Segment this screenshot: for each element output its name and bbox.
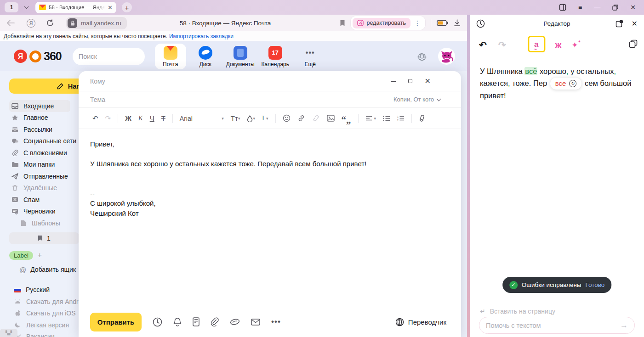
sidebar-item-social[interactable]: Социальные сети	[9, 135, 79, 147]
eraser-icon[interactable]	[419, 115, 425, 122]
editor-redo-icon[interactable]: ↷	[498, 39, 506, 51]
schedule-send-icon[interactable]	[153, 317, 162, 327]
yandex360-logo[interactable]: Я 360	[14, 50, 62, 63]
import-bookmarks-link[interactable]: Импортировать закладки	[169, 33, 234, 39]
service-calendar[interactable]: 17 Календарь	[260, 44, 291, 69]
sidebar-item-drafts[interactable]: Черновики	[9, 206, 79, 218]
bullet-list-icon[interactable]	[383, 116, 390, 121]
tab-counter-button[interactable]: 1	[5, 2, 18, 12]
sidebar-item-sent[interactable]: Отправленные	[9, 170, 79, 182]
more-actions-icon[interactable]: •••	[271, 317, 281, 326]
insert-image-icon[interactable]	[327, 115, 335, 122]
light-version-link[interactable]: Лёгкая версия	[9, 319, 79, 331]
battery-icon[interactable]	[437, 20, 448, 26]
sidebar-item-newsletters[interactable]: Рассылки	[9, 124, 79, 135]
downloads-icon[interactable]	[454, 19, 461, 27]
add-mailbox-button[interactable]: @ Добавить ящик	[9, 266, 79, 274]
back-icon[interactable]	[6, 20, 15, 26]
correction-pill[interactable]: все↻	[550, 78, 582, 90]
highlight-color-select[interactable]: ▾	[247, 115, 255, 122]
download-android-link[interactable]: Скачать для Android	[9, 296, 79, 308]
magic-sparkle-icon[interactable]: ✦	[571, 40, 578, 50]
compose-expand-icon[interactable]	[408, 79, 412, 83]
corner-widget[interactable]: ▚▞	[0, 329, 17, 337]
fix-errors-button[interactable]: a	[528, 36, 545, 52]
search-box[interactable]	[73, 48, 145, 65]
prompt-input[interactable]	[486, 322, 620, 329]
italic-button[interactable]: К	[138, 114, 143, 122]
numbered-list-icon[interactable]: 12	[397, 115, 405, 121]
saved-bookmark-row[interactable]: 1	[9, 232, 79, 244]
editor-undo-icon[interactable]: ↶	[479, 39, 487, 51]
compose-minimize-icon[interactable]	[391, 81, 396, 82]
language-link[interactable]: Русский	[9, 284, 79, 296]
reminder-bell-icon[interactable]	[173, 317, 182, 327]
insert-to-page-button[interactable]: ↵ Вставить на страницу	[480, 308, 555, 315]
copies-from-toggle[interactable]: Копии, От кого	[393, 96, 450, 103]
restore-window-icon[interactable]	[612, 5, 618, 11]
sidebar-item-folders[interactable]: Мои папки	[9, 159, 79, 171]
browser-tab[interactable]: 58 · Входящие — Яндек ✕	[35, 2, 116, 13]
side-panel-icon[interactable]	[559, 4, 566, 11]
tab-close-icon[interactable]: ✕	[108, 5, 113, 11]
yandex-button-icon[interactable]: Я	[27, 19, 35, 28]
align-select[interactable]: ▾	[365, 116, 376, 121]
history-clock-icon[interactable]	[476, 19, 485, 28]
sidebar-item-main[interactable]: Главное	[9, 112, 79, 124]
send-button[interactable]: Отправить	[90, 313, 142, 331]
bookmark-icon[interactable]	[340, 20, 345, 27]
close-panel-icon[interactable]: ✕	[632, 19, 638, 28]
service-docs[interactable]: Документы	[225, 44, 256, 69]
sidebar-item-templates[interactable]: Шаблоны	[9, 217, 79, 229]
editor-text[interactable]: У Шляпника всё хорошо, у остальных, каже…	[480, 65, 634, 102]
strikethrough-button[interactable]: Т	[161, 114, 165, 122]
minimize-window-icon[interactable]: —	[594, 4, 600, 11]
sidebar-item-attachments[interactable]: С вложениями	[9, 147, 79, 159]
translator-button[interactable]: Переводчик	[395, 318, 446, 326]
subject-field[interactable]	[90, 96, 393, 103]
sidebar-item-inbox[interactable]: Входящие	[9, 100, 70, 112]
service-more[interactable]: ••• Ещё	[295, 44, 326, 69]
service-disk[interactable]: Диск	[190, 44, 221, 69]
label-tag[interactable]: Label	[9, 251, 33, 260]
attach-mail-icon[interactable]	[251, 319, 260, 326]
detach-panel-icon[interactable]	[616, 20, 623, 28]
download-ios-link[interactable]: Скачать для iOS	[9, 308, 79, 320]
reload-icon[interactable]	[46, 19, 54, 27]
quote-icon[interactable]: “„	[342, 118, 351, 122]
chevron-down-icon[interactable]	[24, 5, 29, 9]
search-input[interactable]	[79, 53, 165, 60]
compose-close-icon[interactable]: ✕	[425, 78, 431, 85]
lock-icon[interactable]	[68, 18, 77, 28]
emoji-icon[interactable]	[283, 114, 291, 122]
attach-from-disk-icon[interactable]	[230, 319, 240, 325]
link-icon[interactable]	[297, 114, 305, 122]
compose-body[interactable]: Привет, У Шляпника все хорошо у остальны…	[79, 129, 461, 228]
new-tab-button[interactable]: +	[122, 2, 132, 12]
submit-arrow-icon[interactable]: →	[620, 321, 628, 330]
redo-icon[interactable]: ↷	[105, 114, 111, 123]
sidebar-item-spam[interactable]: Спам	[9, 194, 79, 206]
address-field[interactable]: mail.yandex.ru	[66, 17, 127, 29]
avatar[interactable]	[438, 48, 455, 65]
edit-page-button[interactable]: редактировать	[353, 18, 410, 28]
revert-icon[interactable]: ↻	[569, 80, 576, 87]
add-label-icon[interactable]: +	[38, 251, 42, 259]
toast-done-button[interactable]: Готово	[586, 281, 605, 288]
sidebar-item-deleted[interactable]: Удалённые	[9, 182, 79, 194]
more-options-icon[interactable]: ⋮	[412, 19, 422, 27]
menu-icon[interactable]: ≡	[578, 4, 582, 11]
improve-style-icon[interactable]: ж	[555, 40, 561, 50]
underline-button[interactable]: Ч	[150, 114, 154, 122]
font-select[interactable]: Arial ▾	[180, 115, 224, 122]
to-field[interactable]	[90, 78, 382, 85]
vacancies-link[interactable]: Вакансии	[9, 331, 79, 337]
attach-file-icon[interactable]	[211, 317, 219, 326]
bold-button[interactable]: Ж	[125, 114, 131, 122]
undo-icon[interactable]: ↶	[92, 114, 98, 123]
close-window-icon[interactable]: ✕	[630, 4, 636, 11]
text-color-select[interactable]: I▾	[262, 114, 268, 122]
unlink-icon[interactable]	[312, 114, 320, 122]
settings-gear-icon[interactable]	[417, 51, 427, 62]
font-size-select[interactable]: Tт▾	[231, 114, 240, 122]
